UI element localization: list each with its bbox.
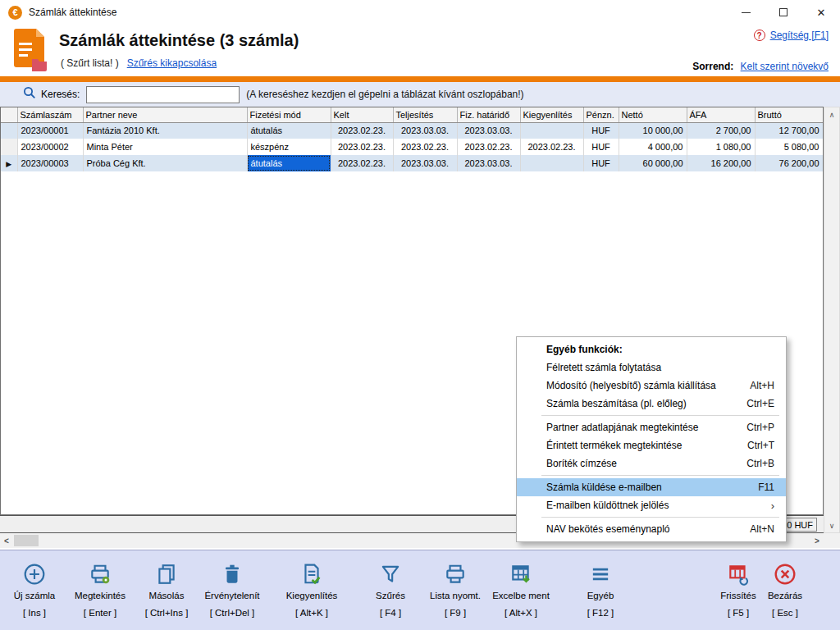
cell[interactable]: 10 000,00 bbox=[619, 122, 687, 139]
cell[interactable]: 2023.02.23. bbox=[331, 139, 393, 155]
col-header-fizetesi-mod[interactable]: Fizetési mód bbox=[247, 107, 331, 122]
cell[interactable]: 2023.03.03. bbox=[457, 155, 520, 171]
cell[interactable]: 12 700,00 bbox=[755, 122, 823, 139]
maximize-button[interactable] bbox=[765, 0, 802, 25]
other-functions-button[interactable]: Egyéb [ F12 ] bbox=[570, 550, 631, 630]
cell[interactable]: Fantázia 2010 Kft. bbox=[83, 122, 247, 139]
close-window-button[interactable]: Bezárás [ Esc ] bbox=[755, 550, 815, 630]
cell[interactable]: HUF bbox=[583, 122, 619, 139]
menu-item-send-email[interactable]: Számla küldése e-mailbenF11 bbox=[517, 478, 786, 496]
col-header-partner[interactable]: Partner neve bbox=[83, 107, 247, 122]
new-invoice-button[interactable]: Új számla [ Ins ] bbox=[4, 550, 65, 630]
view-button[interactable]: Megtekintés [ Enter ] bbox=[70, 550, 130, 630]
col-header-afa[interactable]: ÁFA bbox=[687, 107, 755, 122]
submenu-arrow-icon: › bbox=[771, 500, 774, 512]
sort-order-label: Sorrend: bbox=[692, 61, 733, 72]
close-circle-icon bbox=[774, 563, 797, 586]
table-row[interactable]: 2023/00001 Fantázia 2010 Kft. átutalás 2… bbox=[1, 122, 823, 139]
menu-item-envelope[interactable]: Boríték címzéseCtrl+B bbox=[517, 454, 786, 472]
scroll-down-icon[interactable]: ∨ bbox=[824, 518, 839, 532]
col-header-teljesites[interactable]: Teljesítés bbox=[393, 107, 457, 122]
scroll-right-icon[interactable]: > bbox=[810, 533, 824, 548]
menu-item-affected-products[interactable]: Érintett termékek megtekintéseCtrl+T bbox=[517, 436, 786, 454]
scrollbar-thumb[interactable] bbox=[14, 535, 39, 546]
cell[interactable]: HUF bbox=[583, 155, 619, 171]
cell[interactable]: Minta Péter bbox=[83, 139, 247, 155]
cell[interactable]: 2023.03.03. bbox=[393, 155, 457, 171]
cell[interactable]: 1 080,00 bbox=[687, 139, 755, 155]
settle-button[interactable]: Kiegyenlítés [ Alt+K ] bbox=[281, 550, 342, 630]
menu-separator bbox=[541, 517, 779, 518]
print-list-button[interactable]: Lista nyomt. [ F9 ] bbox=[425, 550, 486, 630]
app-icon: € bbox=[8, 6, 22, 20]
cell[interactable]: 2023.02.23. bbox=[457, 139, 520, 155]
void-button[interactable]: Érvénytelenít [ Ctrl+Del ] bbox=[202, 550, 262, 630]
minimize-button[interactable] bbox=[727, 0, 765, 25]
table-row-current[interactable]: ▶ 2023/00003 Próba Cég Kft. átutalás 202… bbox=[1, 155, 823, 171]
context-menu-title: Egyéb funkciók: bbox=[517, 340, 786, 358]
cell[interactable]: 2023.02.23. bbox=[331, 122, 393, 139]
menu-item-offset-invoice[interactable]: Számla beszámítása (pl. előleg)Ctrl+E bbox=[517, 395, 786, 413]
filtered-list-note: ( Szűrt lista! ) bbox=[61, 57, 119, 69]
help-link[interactable]: Segítség [F1] bbox=[770, 30, 829, 41]
funnel-icon bbox=[379, 563, 402, 586]
row-gutter bbox=[1, 139, 17, 155]
col-header-kiegyenlites[interactable]: Kiegyenlítés bbox=[520, 107, 583, 122]
cell[interactable]: 2023.02.23. bbox=[331, 155, 393, 171]
cell[interactable]: Próba Cég Kft. bbox=[83, 155, 247, 171]
cell[interactable]: 76 200,00 bbox=[755, 155, 823, 171]
cell[interactable]: 2023.02.23. bbox=[393, 139, 457, 155]
cell[interactable]: 2023/00001 bbox=[17, 122, 83, 139]
col-header-netto[interactable]: Nettó bbox=[619, 107, 687, 122]
context-menu: Egyéb funkciók: Félretett számla folytat… bbox=[516, 336, 787, 542]
search-label: Keresés: bbox=[41, 89, 80, 100]
bottom-toolbar: Új számla [ Ins ] Megtekintés [ Enter ] … bbox=[0, 550, 840, 630]
vertical-scrollbar[interactable]: ∧ ∨ bbox=[824, 107, 840, 533]
filter-button[interactable]: Szűrés [ F4 ] bbox=[360, 550, 421, 630]
copy-button[interactable]: Másolás [ Ctrl+Ins ] bbox=[136, 550, 197, 630]
scroll-up-icon[interactable]: ∧ bbox=[824, 107, 839, 121]
cell[interactable]: 60 000,00 bbox=[619, 155, 687, 171]
search-icon bbox=[23, 86, 36, 103]
cell[interactable]: átutalás bbox=[247, 122, 331, 139]
col-header-penznem[interactable]: Pénzn. bbox=[583, 107, 619, 122]
menu-separator bbox=[541, 475, 779, 476]
cell[interactable]: 2 700,00 bbox=[687, 122, 755, 139]
menu-item-nav-log[interactable]: NAV bekötés eseménynaplóAlt+N bbox=[517, 520, 786, 538]
col-header-fiz-hatarido[interactable]: Fiz. határidő bbox=[457, 107, 520, 122]
export-excel-button[interactable]: Excelbe ment [ Alt+X ] bbox=[491, 550, 551, 630]
cell[interactable]: 2023.03.03. bbox=[393, 122, 457, 139]
menu-item-mark-emailed[interactable]: E-mailben küldöttnek jelölés› bbox=[517, 496, 786, 514]
cell[interactable]: 2023/00003 bbox=[17, 155, 83, 171]
scroll-left-icon[interactable]: < bbox=[0, 533, 13, 548]
cell[interactable]: 5 080,00 bbox=[755, 139, 823, 155]
cell[interactable]: 16 200,00 bbox=[687, 155, 755, 171]
cell[interactable]: 2023.03.03. bbox=[457, 122, 520, 139]
col-header-brutto[interactable]: Bruttó bbox=[755, 107, 823, 122]
maximize-icon bbox=[779, 8, 788, 16]
cell[interactable]: HUF bbox=[583, 139, 619, 155]
search-hint: (A kereséshez kezdjen el gépelni a táblá… bbox=[246, 89, 523, 100]
window-title: Számlák áttekintése bbox=[29, 7, 116, 18]
col-header-kelt[interactable]: Kelt bbox=[331, 107, 393, 122]
cell[interactable]: 4 000,00 bbox=[619, 139, 687, 155]
menu-item-partner-sheet[interactable]: Partner adatlapjának megtekintéseCtrl+P bbox=[517, 418, 786, 436]
search-input[interactable] bbox=[86, 86, 240, 103]
page-title: Számlák áttekintése (3 számla) bbox=[59, 31, 299, 50]
current-row-marker-icon: ▶ bbox=[6, 160, 11, 168]
row-gutter bbox=[1, 122, 17, 139]
sort-order-link[interactable]: Kelt szerint növekvő bbox=[741, 61, 829, 72]
table-row[interactable]: 2023/00002 Minta Péter készpénz 2023.02.… bbox=[1, 139, 823, 155]
cell[interactable] bbox=[520, 122, 583, 139]
cell[interactable] bbox=[520, 155, 583, 171]
cell[interactable]: 2023.02.23. bbox=[520, 139, 583, 155]
close-button[interactable]: ✕ bbox=[802, 0, 840, 25]
cell-selected[interactable]: átutalás bbox=[247, 155, 331, 171]
cell[interactable]: 2023/00002 bbox=[17, 139, 83, 155]
cell[interactable]: készpénz bbox=[247, 139, 331, 155]
menu-item-continue-parked[interactable]: Félretett számla folytatása bbox=[517, 358, 786, 377]
copy-icon bbox=[155, 563, 178, 586]
filter-off-link[interactable]: Szűrés kikapcsolása bbox=[127, 57, 217, 69]
menu-item-corrective-invoice[interactable]: Módosító (helyesbítő) számla kiállításaA… bbox=[517, 377, 786, 395]
col-header-szamlaszam[interactable]: Számlaszám bbox=[17, 107, 83, 122]
